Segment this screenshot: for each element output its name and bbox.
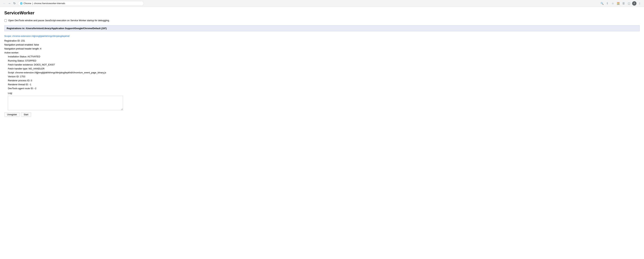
fetch-handler-type: Fetch handler type: NO_HANDLER bbox=[8, 67, 640, 71]
address-bar[interactable]: 🌐 Chrome | chrome://serviceworker-intern… bbox=[18, 1, 144, 6]
nav-preload-enabled: Navigation preload enabled: false bbox=[4, 43, 640, 47]
script: Script: chrome-extension://djjmngfglakhk… bbox=[8, 71, 640, 75]
avatar[interactable]: A bbox=[632, 1, 636, 6]
browser-actions: 🔍 ⇧ ☆ 🧮 ☰ ▢ A ⋮ bbox=[600, 1, 642, 6]
extensions-button[interactable]: 🧮 bbox=[616, 1, 620, 6]
scope-link[interactable]: Scope: chrome-extension://djjmngfglakhkh… bbox=[4, 34, 640, 38]
debug-label: Open DevTools window and pause JavaScrip… bbox=[8, 19, 110, 22]
share-button[interactable]: ⇧ bbox=[605, 1, 610, 6]
tab-label: Chrome bbox=[24, 2, 31, 5]
browser-toolbar: ← → ↻ 🌐 Chrome | chrome://serviceworker-… bbox=[0, 0, 644, 7]
menu-button[interactable]: ⋮ bbox=[638, 1, 642, 6]
back-button[interactable]: ← bbox=[2, 1, 6, 6]
globe-icon: 🌐 bbox=[20, 2, 22, 5]
active-worker-label: Active worker: bbox=[4, 51, 640, 55]
version-id: Version ID: 1753 bbox=[8, 75, 640, 79]
devtools-agent-route-id: DevTools agent route ID: -2 bbox=[8, 87, 640, 91]
renderer-thread-id: Renderer thread ID: -1 bbox=[8, 83, 640, 87]
action-buttons: Unregister Start bbox=[4, 112, 640, 117]
fetch-handler-existence: Fetch handler existence: DOES_NOT_EXIST bbox=[8, 63, 640, 67]
installation-status: Installation Status: ACTIVATED bbox=[8, 55, 640, 59]
bookmark-button[interactable]: ☆ bbox=[610, 1, 615, 6]
active-worker-section: Installation Status: ACTIVATED Running S… bbox=[8, 55, 640, 110]
page-title: ServiceWorker bbox=[4, 11, 640, 16]
debug-checkbox-row: Open DevTools window and pause JavaScrip… bbox=[4, 19, 640, 22]
url-display: chrome://serviceworker-internals bbox=[34, 2, 65, 5]
registration-block: Scope: chrome-extension://djjmngfglakhkh… bbox=[4, 34, 640, 120]
log-textarea[interactable] bbox=[8, 96, 123, 110]
renderer-process-id: Renderer process ID: 0 bbox=[8, 79, 640, 83]
window-button[interactable]: ▢ bbox=[627, 1, 631, 6]
log-label: Log: bbox=[8, 91, 640, 95]
registration-header: Registrations in: /Users/forinton/Librar… bbox=[4, 25, 640, 31]
forward-button[interactable]: → bbox=[7, 1, 12, 6]
start-button[interactable]: Start bbox=[21, 112, 31, 117]
running-status: Running Status: STOPPED bbox=[8, 59, 640, 63]
tab-search-button[interactable]: ☰ bbox=[621, 1, 626, 6]
search-button[interactable]: 🔍 bbox=[600, 1, 604, 6]
log-section: Log: bbox=[8, 91, 640, 110]
reload-button[interactable]: ↻ bbox=[12, 1, 16, 6]
debug-checkbox[interactable] bbox=[4, 19, 7, 22]
nav-buttons: ← → ↻ bbox=[2, 1, 16, 6]
registration-id: Registration ID: 231 bbox=[4, 39, 640, 43]
unregister-button[interactable]: Unregister bbox=[4, 112, 20, 117]
nav-preload-header-length: Navigation preload header length: 4 bbox=[4, 47, 640, 51]
page-content: ServiceWorker Open DevTools window and p… bbox=[0, 7, 644, 124]
url-separator: | bbox=[32, 2, 33, 5]
